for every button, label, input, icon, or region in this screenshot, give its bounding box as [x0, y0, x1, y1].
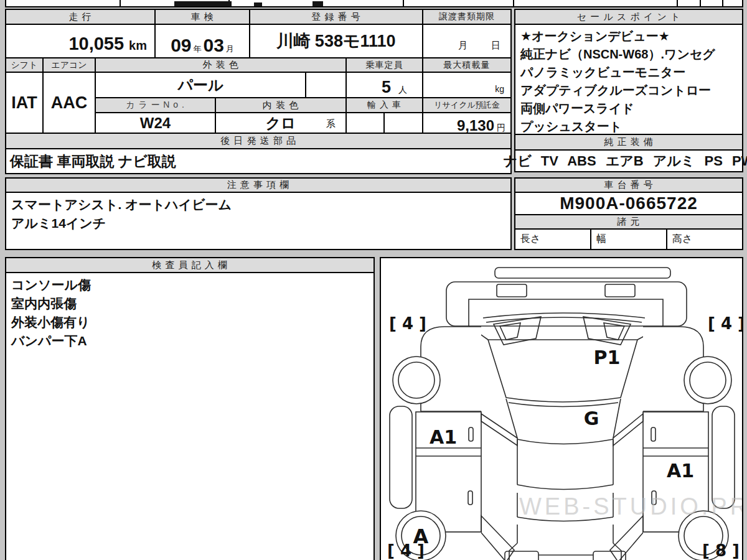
capacity-value: 5 [382, 78, 391, 97]
capacity-value-cell: 5 人 [345, 72, 423, 98]
mileage-header: 走 行 [5, 9, 156, 25]
notes-box: スマートアシスト. オートハイビーム アルミ14インチ [5, 192, 512, 250]
interior-color-value: クロ [265, 113, 296, 133]
recycle-fee-value: 9,130 [457, 117, 494, 134]
car-top-view-diagram: [ 4 ] [ 4 ] P1 G A1 A1 A [ 4 ] [ 8 ] [381, 258, 742, 560]
capacity-header-label: 乗車定員 [366, 60, 403, 71]
transfer-deadline-value-cell: 月 日 [422, 24, 512, 58]
chassis-header: 車 台 番 号 [514, 177, 743, 193]
aircon-value: AAC [51, 93, 88, 113]
later-parts-value-cell: 保証書 車両取説 ナビ取説 [5, 148, 512, 174]
interior-color-header: 内 装 色 [215, 97, 347, 113]
equipment-header: 純 正 装 備 [514, 134, 743, 151]
mileage-value-cell: 10,055 km [5, 24, 156, 58]
inspector-header: 検 査 員 記 入 欄 [5, 257, 375, 273]
max-load-value-cell: kg [422, 72, 512, 98]
exterior-color-header: 外 装 色 [95, 57, 347, 73]
max-load-header: 最大積載量 [422, 57, 512, 73]
dimension-width-cell: 幅 [590, 228, 667, 250]
aircon-header: エアコン [42, 57, 96, 73]
sales-points-header: セ ー ル ス ポ イ ン ト [514, 9, 743, 25]
dimensions-header-label: 諸 元 [617, 216, 640, 228]
dimension-height-cell: 高さ [666, 228, 743, 250]
chassis-value: M900A-0665722 [560, 194, 698, 213]
cropped-cell-border [677, 0, 678, 7]
inspector-header-label: 検 査 員 記 入 欄 [152, 259, 228, 271]
inspector-line: バンパー下A [11, 332, 87, 350]
aircon-value-cell: AAC [42, 72, 96, 134]
inspection-year: 09 [171, 35, 191, 56]
mileage-unit: km [129, 39, 147, 53]
rear-right-tire-score: [ 8 ] [702, 541, 740, 560]
equipment-value-cell: ナビ TV ABS エアB アルミ PS PW [514, 149, 743, 172]
dimension-length-cell: 長さ [514, 228, 591, 250]
inspection-month-suffix: 月 [226, 44, 234, 55]
import-header-label: 輸 入 車 [367, 100, 402, 111]
dimension-width-label: 幅 [596, 233, 606, 246]
shift-header-label: シフト [11, 60, 38, 71]
import-header: 輸 入 車 [345, 97, 423, 113]
deadline-month-label: 月 [458, 40, 467, 52]
front-right-tire-score: [ 4 ] [708, 314, 742, 333]
car-diagram-box: [ 4 ] [ 4 ] P1 G A1 A1 A [ 4 ] [ 8 ] WEB… [380, 257, 743, 560]
capacity-unit: 人 [398, 85, 407, 96]
dimension-length-label: 長さ [520, 233, 540, 246]
later-parts-header-label: 後 日 発 送 部 品 [220, 135, 296, 147]
transfer-deadline-header: 譲渡書類期限 [422, 9, 512, 25]
import-empty-cell-1 [345, 112, 385, 134]
cropped-cell-border [722, 0, 723, 7]
sales-point-line: アダプティブクルーズコントロー [520, 82, 711, 100]
inspection-month: 03 [204, 35, 224, 56]
mileage-header-label: 走 行 [68, 11, 92, 23]
dimension-height-label: 高さ [672, 233, 692, 246]
sales-points-header-label: セ ー ル ス ポ イ ン ト [577, 11, 681, 23]
max-load-unit: kg [495, 84, 504, 94]
chassis-header-label: 車 台 番 号 [604, 179, 654, 191]
cropped-text-fragment [174, 1, 232, 6]
notes-header: 注 意 事 項 欄 [5, 177, 512, 193]
shift-value-cell: IAT [5, 72, 44, 134]
later-parts-header: 後 日 発 送 部 品 [5, 133, 512, 149]
sales-point-line: ★オークションデビュー★ [520, 27, 670, 45]
shift-header: シフト [5, 57, 44, 73]
color-no-header: カ ラ ー N o . [95, 97, 216, 113]
inspector-line: 外装小傷有り [11, 313, 90, 332]
note-line: スマートアシスト. オートハイビーム [11, 195, 232, 214]
sales-point-line: 純正ナビ（NSCN-W68）.ワンセグ [520, 45, 715, 63]
recycle-fee-header: リサイクル預託金 [422, 97, 512, 113]
deadline-day-label: 日 [491, 40, 500, 52]
registration-value: 川崎 538モ1110 [276, 30, 395, 52]
chassis-value-cell: M900A-0665722 [514, 192, 743, 215]
equipment-header-label: 純 正 装 備 [604, 136, 654, 148]
sales-point-line: プッシュスタート [520, 118, 622, 136]
color-no-value-cell: W24 [95, 112, 216, 134]
note-line: アルミ14インチ [11, 214, 106, 233]
registration-header-label: 登 録 番 号 [311, 11, 361, 23]
cropped-text-fragment [312, 1, 323, 6]
exterior-color-value-cell: パール [95, 72, 306, 98]
front-left-tire-score: [ 4 ] [389, 314, 426, 333]
exterior-color-value: パール [177, 75, 223, 95]
car-cabin-section [505, 439, 626, 560]
cropped-text-fragment [254, 2, 262, 6]
inspection-header: 車 検 [154, 9, 250, 25]
aircon-header-label: エアコン [51, 60, 87, 71]
left-rocker-strip [390, 406, 412, 508]
inspection-header-label: 車 検 [190, 11, 214, 23]
right-rocker-strip [712, 406, 735, 508]
cropped-cell-border [403, 0, 404, 7]
interior-color-suffix: 系 [326, 118, 336, 130]
inspector-line: 室内内張傷 [11, 294, 77, 313]
left-door-damage-mark: A1 [430, 426, 457, 448]
recycle-fee-value-cell: 9,130 円 [422, 112, 512, 134]
right-door-damage-mark: A1 [667, 460, 694, 482]
notes-header-label: 注 意 事 項 欄 [227, 179, 290, 191]
cropped-top-row [5, 0, 743, 7]
import-empty-cell-2 [383, 112, 423, 134]
dimensions-header: 諸 元 [514, 214, 743, 230]
windshield-damage-mark: P1 [594, 347, 621, 368]
cowl-damage-mark: G [584, 408, 599, 429]
registration-value-cell: 川崎 538モ1110 [249, 24, 423, 58]
exterior-color-empty-cell [305, 72, 347, 98]
inspection-year-suffix: 年 [194, 44, 202, 55]
